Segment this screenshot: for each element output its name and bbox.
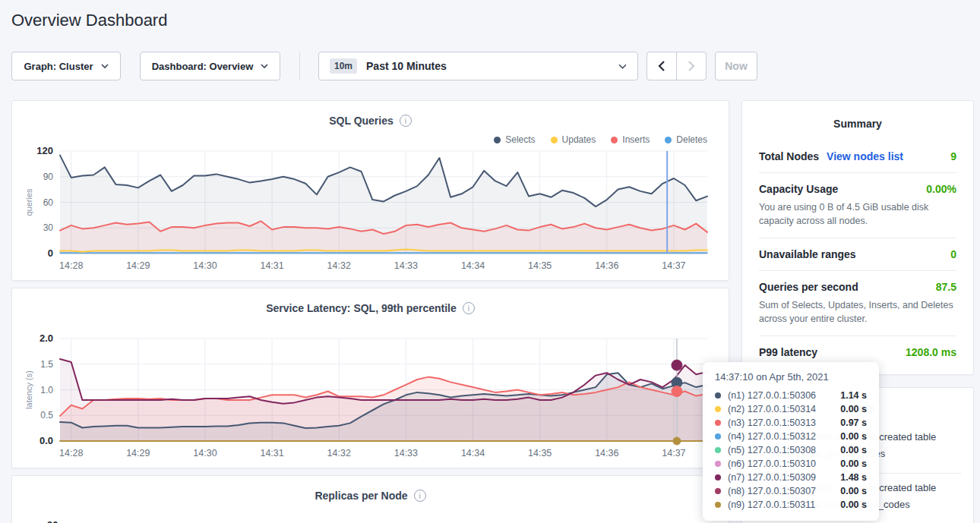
svg-text:14:34: 14:34 (461, 260, 485, 271)
node-latency-value: 0.00 s (840, 499, 867, 510)
node-latency-value: 0.00 s (840, 431, 867, 442)
prev-button[interactable] (646, 52, 677, 80)
sql-queries-chart[interactable]: 030609012014:2814:2914:3014:3114:3214:33… (12, 143, 730, 274)
summary-row-unavailable-ranges: Unavailable ranges 0 (759, 238, 956, 270)
node-address: (n3) 127.0.0.1:50313 (728, 417, 836, 428)
chart-title: SQL Queries (329, 115, 394, 127)
legend-dot (494, 137, 501, 143)
node-address: (n2) 127.0.0.1:50314 (728, 404, 836, 414)
svg-text:14:28: 14:28 (59, 260, 83, 271)
chart-title: Service Latency: SQL, 99th percentile (266, 302, 457, 314)
svg-text:14:29: 14:29 (126, 448, 150, 458)
tooltip-time: 14:37:10 (715, 371, 754, 383)
legend-dot (665, 137, 672, 143)
summary-row-qps: Queries per second 87.5 Sum of Selects, … (759, 270, 956, 336)
next-button[interactable] (676, 52, 707, 80)
tooltip-row: (n8) 127.0.0.1:503070.00 s (715, 484, 867, 498)
summary-label: Total Nodes (759, 150, 819, 162)
tooltip-row: (n5) 127.0.0.1:503080.00 s (715, 443, 867, 457)
dashboard-dropdown-label: Dashboard: Overview (152, 61, 254, 72)
info-icon[interactable]: i (414, 490, 426, 502)
node-address: (n5) 127.0.0.1:50308 (728, 445, 836, 455)
time-nav-group (646, 52, 707, 80)
node-color-dot (715, 406, 721, 412)
chevron-right-icon (688, 61, 695, 71)
time-range-badge: 10m (330, 58, 357, 74)
toolbar: Graph: Cluster Dashboard: Overview 10m P… (0, 52, 980, 80)
node-address: (n8) 127.0.0.1:50307 (728, 486, 836, 496)
svg-text:1.5: 1.5 (40, 359, 53, 370)
chevron-down-icon (618, 64, 627, 69)
legend-dot (611, 137, 618, 143)
svg-text:14:36: 14:36 (595, 260, 618, 271)
node-color-dot (715, 474, 721, 480)
node-color-dot (715, 502, 721, 508)
node-color-dot (715, 447, 721, 453)
latency-chart[interactable]: 0.00.51.01.52.014:2814:2914:3014:3114:32… (12, 331, 730, 462)
svg-text:14:33: 14:33 (394, 260, 418, 271)
node-latency-value: 0.00 s (840, 486, 867, 496)
svg-text:14:35: 14:35 (528, 260, 552, 271)
summary-row-total-nodes: Total Nodes View nodes list 9 (759, 140, 956, 172)
svg-text:90: 90 (43, 172, 54, 182)
tooltip-row: (n7) 127.0.0.1:503091.48 s (715, 471, 867, 484)
summary-value: 0.00% (926, 183, 956, 195)
node-color-dot (715, 392, 721, 399)
svg-text:14:29: 14:29 (126, 260, 150, 271)
svg-text:14:37: 14:37 (662, 448, 685, 458)
node-address: (n9) 127.0.0.1:50311 (728, 499, 836, 510)
svg-text:queries: queries (24, 188, 33, 216)
node-latency-value: 0.00 s (840, 445, 867, 455)
tooltip-row: (n2) 127.0.0.1:503140.00 s (715, 402, 867, 416)
summary-label: Unavailable ranges (759, 248, 856, 260)
info-icon[interactable]: i (463, 302, 475, 314)
tooltip-row: (n1) 127.0.0.1:503061.14 s (715, 389, 867, 402)
node-address: (n6) 127.0.0.1:50310 (728, 458, 836, 469)
svg-text:120: 120 (36, 145, 53, 156)
node-latency-value: 0.97 s (840, 417, 867, 428)
dashboard-dropdown[interactable]: Dashboard: Overview (140, 52, 280, 80)
page-title: Overview Dashboard (11, 11, 167, 30)
node-latency-value: 1.14 s (840, 390, 867, 401)
node-latency-value: 0.00 s (840, 458, 867, 469)
summary-value: 0 (950, 248, 956, 260)
svg-text:14:32: 14:32 (327, 260, 351, 271)
svg-text:14:37: 14:37 (662, 260, 685, 271)
summary-desc: You are using 0 B of 4.5 GiB usable disk… (759, 200, 956, 228)
graph-dropdown[interactable]: Graph: Cluster (11, 52, 121, 80)
latency-tooltip-rows: (n1) 127.0.0.1:503061.14 s(n2) 127.0.0.1… (715, 389, 867, 512)
svg-text:14:31: 14:31 (260, 448, 283, 458)
summary-label: Queries per second (759, 281, 858, 293)
svg-text:2.0: 2.0 (40, 332, 53, 344)
overview-dashboard-page: Overview Dashboard Graph: Cluster Dashbo… (0, 0, 980, 523)
chevron-left-icon (658, 61, 665, 71)
svg-text:14:28: 14:28 (59, 448, 83, 458)
svg-text:14:36: 14:36 (595, 448, 618, 458)
legend-dot (551, 137, 558, 143)
node-color-dot (715, 488, 721, 494)
svg-text:0.0: 0.0 (40, 435, 53, 446)
summary-title: Summary (759, 112, 956, 140)
node-latency-value: 1.48 s (840, 472, 867, 483)
summary-value: 9 (950, 150, 956, 162)
svg-text:14:31: 14:31 (260, 260, 283, 271)
node-address: (n4) 127.0.0.1:50312 (728, 431, 836, 442)
svg-text:14:35: 14:35 (528, 448, 552, 458)
summary-desc: Sum of Selects, Updates, Inserts, and De… (759, 298, 956, 326)
chevron-down-icon (101, 64, 109, 68)
graph-dropdown-label: Graph: Cluster (24, 61, 93, 72)
view-nodes-link[interactable]: View nodes list (827, 150, 903, 162)
now-button[interactable]: Now (715, 52, 757, 80)
summary-row-capacity: Capacity Usage 0.00% You are using 0 B o… (759, 172, 956, 238)
chevron-down-icon (261, 64, 268, 68)
time-range-label: Past 10 Minutes (366, 60, 447, 72)
node-color-dot (715, 420, 721, 426)
time-range-selector[interactable]: 10m Past 10 Minutes (318, 52, 638, 80)
svg-text:latency (s): latency (s) (24, 370, 33, 409)
latency-tooltip: 14:37:10 on Apr 5th, 2021 (n1) 127.0.0.1… (703, 362, 879, 521)
svg-text:1.0: 1.0 (40, 385, 53, 395)
info-icon[interactable]: i (400, 115, 412, 127)
svg-text:14:30: 14:30 (193, 448, 217, 458)
toolbar-divider (299, 52, 300, 80)
svg-text:14:34: 14:34 (461, 448, 485, 458)
